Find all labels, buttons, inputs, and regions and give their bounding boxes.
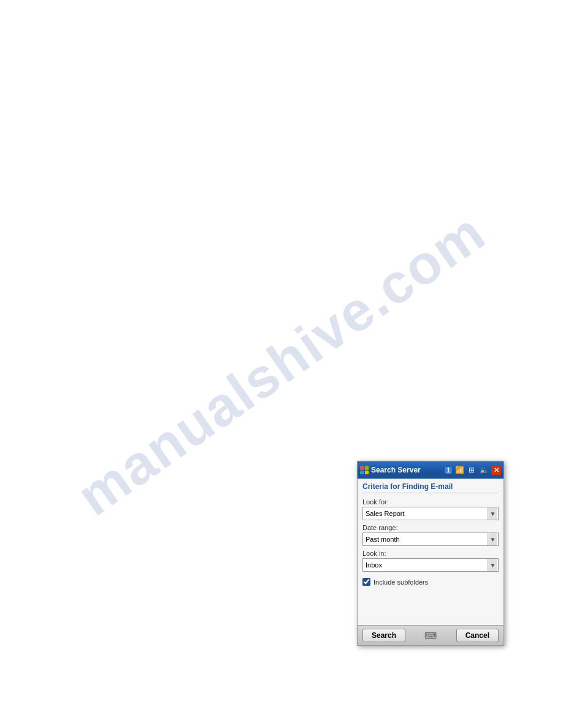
look-in-wrapper: Inbox Sent Items Drafts All Folders ▼ [362,558,499,572]
keyboard-icon: ⌨ [424,631,437,640]
volume-icon: 🔈 [479,465,489,475]
include-subfolders-label: Include subfolders [373,578,428,586]
date-range-select[interactable]: Any time Past week Past month Past year [362,533,499,546]
search-button[interactable]: Search [362,629,405,642]
signal-icon: 📶 [454,465,464,475]
filter-icon: ⊞ [467,465,477,475]
button-bar: Search ⌨ Cancel [358,625,504,645]
section-title: Criteria for Finding E-mail [362,482,499,493]
title-bar: Search Server 1 📶 ⊞ 🔈 ✕ [358,461,504,479]
cancel-button[interactable]: Cancel [456,629,499,642]
look-in-label: Look in: [362,550,499,557]
look-for-wrapper: ▼ [362,507,499,520]
date-range-wrapper: Any time Past week Past month Past year … [362,533,499,546]
search-server-dialog: Search Server 1 📶 ⊞ 🔈 ✕ Criteria for Fin… [357,461,504,646]
look-for-label: Look for: [362,498,499,506]
look-for-input[interactable] [362,507,499,520]
date-range-label: Date range: [362,524,499,531]
badge: 1 [445,467,452,474]
spacer [362,590,499,620]
dialog-body: Criteria for Finding E-mail Look for: ▼ … [358,479,504,625]
look-in-select[interactable]: Inbox Sent Items Drafts All Folders [362,558,499,572]
include-subfolders-row: Include subfolders [362,578,499,586]
dialog-title: Search Server [371,466,442,474]
close-button[interactable]: ✕ [491,465,501,475]
include-subfolders-checkbox[interactable] [362,578,370,586]
windows-logo-icon [360,466,369,474]
